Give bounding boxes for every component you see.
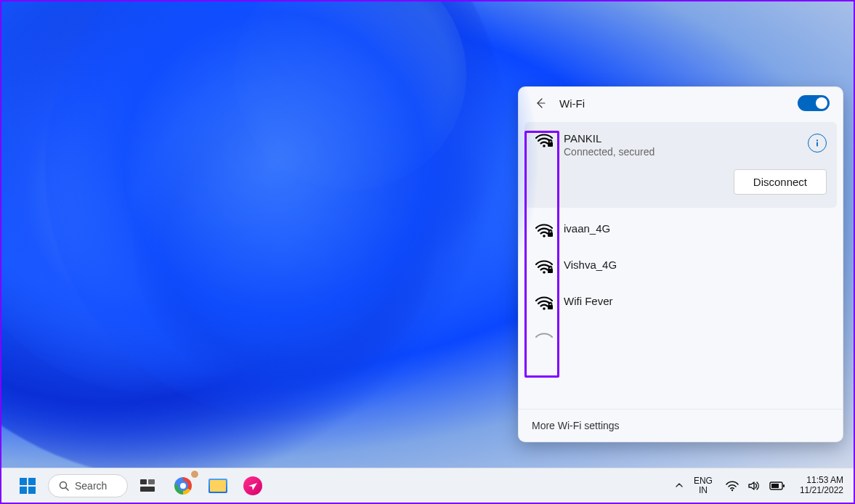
windows-logo-icon [20,478,36,494]
network-name: ivaan_4G [564,222,827,235]
chrome-profile-badge [190,470,199,479]
info-icon [813,139,822,147]
search-placeholder: Search [75,480,107,492]
svg-rect-10 [20,478,27,485]
network-name: PANKIL [564,132,798,145]
network-item[interactable]: ivaan_4G [524,212,837,248]
wifi-secured-icon [535,295,554,311]
flyout-header: Wi-Fi [519,87,843,118]
tray-overflow-button[interactable] [670,476,688,495]
network-item[interactable]: Wifi Fever [524,285,837,321]
svg-point-6 [543,271,546,274]
network-item-connected[interactable]: PANKIL Connected, secured [524,122,837,168]
desktop-wallpaper: Wi-Fi PANKIL Connected, secured Disconne… [1,1,854,468]
network-status: Connected, secured [564,146,798,158]
language-primary: ENG [694,476,713,486]
taskbar-app-chrome[interactable] [169,471,198,500]
clock-date: 11/21/2022 [800,486,843,495]
svg-point-16 [732,489,733,490]
disconnect-row: Disconnect [524,163,837,208]
wifi-secured-icon [535,222,554,238]
svg-rect-9 [548,305,553,309]
wifi-tray-icon [726,480,739,492]
svg-point-2 [816,139,818,141]
svg-line-15 [66,487,69,490]
task-view-icon [140,479,156,492]
wifi-icon [535,331,554,347]
start-button[interactable] [13,471,42,500]
taskbar-app-pink[interactable] [238,471,267,500]
svg-point-0 [543,145,546,147]
pink-app-icon [243,476,262,495]
folder-icon [208,479,227,493]
system-tray[interactable] [718,477,793,495]
task-view-button[interactable] [134,471,163,500]
clock-time: 11:53 AM [806,476,843,485]
wifi-flyout: Wi-Fi PANKIL Connected, secured Disconne… [518,86,843,442]
language-secondary: IN [699,486,708,495]
network-name: Wifi Fever [564,295,827,307]
wifi-secured-icon [535,259,554,275]
taskbar-clock[interactable]: 11:53 AM 11/21/2022 [794,473,849,497]
svg-rect-19 [783,484,785,487]
svg-rect-1 [548,142,553,147]
taskbar-search[interactable]: Search [48,474,128,497]
svg-rect-12 [20,487,27,494]
flyout-title: Wi-Fi [559,97,787,110]
svg-point-4 [543,235,546,237]
svg-rect-5 [548,232,553,237]
wifi-secured-icon [535,132,554,148]
svg-point-8 [543,307,546,310]
chevron-up-icon [675,481,684,489]
arrow-left-icon [535,97,546,109]
taskbar: Search ENG IN 11:53 AM 11/21/2022 [1,468,854,503]
svg-rect-18 [771,484,779,488]
network-item-partial[interactable] [524,321,837,357]
network-info-button[interactable] [808,134,827,153]
svg-rect-3 [816,142,818,147]
network-list: PANKIL Connected, secured Disconnect iva… [519,118,843,409]
language-indicator[interactable]: ENG IN [689,473,717,497]
network-item[interactable]: Vishva_4G [524,248,837,285]
chrome-icon [174,477,192,495]
disconnect-button[interactable]: Disconnect [734,169,827,195]
back-button[interactable] [532,94,549,112]
svg-rect-11 [28,478,36,485]
svg-rect-13 [28,487,36,494]
svg-rect-7 [548,269,553,273]
taskbar-app-file-explorer[interactable] [203,471,232,500]
volume-tray-icon [747,480,761,492]
wifi-toggle[interactable] [798,95,830,111]
battery-tray-icon [769,481,785,491]
more-wifi-settings-link[interactable]: More Wi-Fi settings [519,409,843,442]
search-icon [59,481,69,491]
network-name: Vishva_4G [564,259,827,271]
